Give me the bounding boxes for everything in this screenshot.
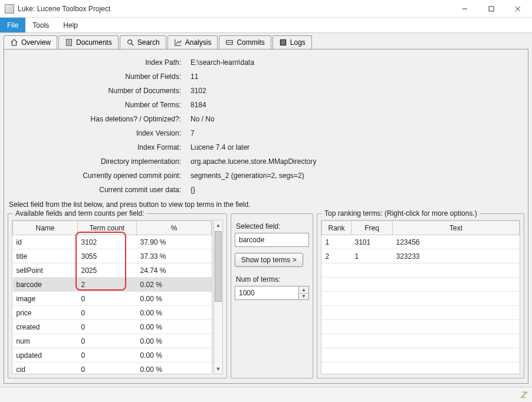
cell-name: price — [13, 306, 78, 320]
cell-count: 0 — [78, 306, 137, 320]
minimize-button[interactable] — [451, 1, 478, 17]
cell-freq: 1 — [352, 249, 393, 263]
tab-logs[interactable]: Logs — [272, 35, 312, 49]
label-user-data: Current commit user data: — [8, 183, 191, 197]
cell-name: title — [13, 249, 78, 263]
cell-name: barcode — [13, 278, 78, 292]
label-index-path: Index Path: — [8, 55, 191, 70]
value-dir-impl: org.apache.lucene.store.MMapDirectory — [191, 154, 316, 169]
table-row-empty — [322, 363, 520, 375]
value-num-fields: 11 — [191, 70, 198, 84]
cell-pct: 24.74 % — [137, 263, 212, 278]
menu-file[interactable]: File — [0, 18, 25, 32]
table-row[interactable]: title305537.33 % — [13, 249, 212, 263]
selected-groupbox: Selected field: Show top terms > Num of … — [231, 213, 313, 378]
tab-search[interactable]: Search — [120, 35, 166, 49]
cell-count: 2025 — [78, 263, 137, 278]
titlebar: Luke: Lucene Toolbox Project — [0, 0, 532, 18]
cell-name: updated — [13, 348, 78, 363]
table-row[interactable]: cid00.00 % — [13, 363, 212, 375]
svg-rect-1 — [489, 6, 494, 11]
window-title: Luke: Lucene Toolbox Project — [18, 5, 451, 13]
tab-analysis[interactable]: Analysis — [168, 35, 218, 49]
spin-down-icon[interactable]: ▼ — [299, 294, 308, 300]
svg-line-9 — [131, 44, 133, 46]
cell-name: sellPoint — [13, 263, 78, 278]
tab-label: Search — [137, 38, 160, 47]
table-row[interactable]: 21323233 — [322, 249, 520, 263]
overview-panel: Index Path:E:\search-learn\data Number o… — [4, 49, 528, 384]
label-commit-point: Currently opened commit point: — [8, 169, 191, 183]
tab-documents[interactable]: Documents — [58, 35, 119, 49]
table-row[interactable]: image00.00 % — [13, 292, 212, 306]
logs-icon — [279, 38, 287, 47]
maximize-button[interactable] — [478, 1, 504, 17]
cell-rank: 1 — [322, 235, 352, 249]
spin-up-icon[interactable]: ▲ — [299, 286, 308, 294]
table-row[interactable]: id310237.90 % — [13, 235, 212, 249]
scroll-thumb[interactable] — [215, 231, 222, 302]
scroll-down-icon[interactable]: ▼ — [214, 364, 222, 374]
cell-count: 2 — [78, 278, 137, 292]
fields-scrollbar[interactable]: ▲ ▼ — [214, 220, 223, 374]
num-terms-label: Num of terms: — [236, 275, 309, 284]
search-icon — [126, 38, 134, 47]
table-row[interactable]: num00.00 % — [13, 334, 212, 348]
cell-pct: 0.02 % — [137, 278, 212, 292]
table-row[interactable]: created00.00 % — [13, 320, 212, 334]
table-row[interactable]: 13101123456 — [322, 235, 520, 249]
col-term-count[interactable]: Term count — [78, 221, 137, 235]
analysis-icon — [174, 38, 182, 47]
label-num-terms: Number of Terms: — [8, 98, 191, 112]
scroll-up-icon[interactable]: ▲ — [214, 220, 222, 230]
tab-label: Analysis — [185, 38, 212, 47]
statusbar: ℤ — [0, 387, 532, 402]
tab-label: Logs — [290, 38, 306, 47]
tab-label: Documents — [76, 38, 112, 47]
table-row[interactable]: sellPoint202524.74 % — [13, 263, 212, 278]
tab-label: Commits — [237, 38, 264, 47]
cell-pct: 0.00 % — [137, 363, 212, 375]
col-pct[interactable]: % — [137, 221, 212, 235]
terms-groupbox: Top ranking terms: (Right-click for more… — [317, 213, 524, 378]
cell-pct: 0.00 % — [137, 348, 212, 363]
value-num-docs: 3102 — [191, 84, 206, 98]
cell-name: image — [13, 292, 78, 306]
value-deletions: No / No — [191, 112, 215, 126]
col-text[interactable]: Text — [393, 221, 520, 235]
show-top-terms-button[interactable]: Show top terms > — [235, 253, 303, 267]
cell-count: 0 — [78, 292, 137, 306]
num-terms-spinner[interactable]: ▲▼ — [298, 286, 309, 300]
commits-icon — [225, 38, 234, 47]
terms-legend: Top ranking terms: (Right-click for more… — [322, 209, 480, 218]
close-button[interactable] — [504, 1, 531, 17]
menu-tools[interactable]: Tools — [25, 18, 56, 32]
value-version: 7 — [191, 126, 195, 140]
menu-help[interactable]: Help — [56, 18, 85, 32]
table-row-empty — [322, 292, 520, 306]
cell-name: cid — [13, 363, 78, 375]
cell-count: 0 — [78, 348, 137, 363]
cell-count: 0 — [78, 320, 137, 334]
cell-text: 323233 — [393, 249, 520, 263]
cell-count: 3055 — [78, 249, 137, 263]
col-freq[interactable]: Freq — [352, 221, 393, 235]
svg-point-8 — [127, 40, 132, 44]
cell-rank: 2 — [322, 249, 352, 263]
table-row[interactable]: updated00.00 % — [13, 348, 212, 363]
label-deletions: Has deletions? / Optimized?: — [8, 112, 191, 126]
value-format: Lucene 7.4 or later — [191, 140, 249, 154]
tab-overview[interactable]: Overview — [4, 35, 57, 49]
tab-commits[interactable]: Commits — [219, 35, 271, 49]
table-row[interactable]: price00.00 % — [13, 306, 212, 320]
cell-pct: 0.00 % — [137, 306, 212, 320]
num-terms-input[interactable] — [235, 286, 298, 300]
col-name[interactable]: Name — [13, 221, 78, 235]
col-rank[interactable]: Rank — [322, 221, 352, 235]
fields-table[interactable]: Name Term count % id310237.90 %title3055… — [12, 220, 212, 374]
label-dir-impl: Directory implementation: — [8, 154, 191, 169]
table-row[interactable]: barcode20.02 % — [13, 278, 212, 292]
selected-field-input[interactable] — [235, 233, 309, 247]
terms-table[interactable]: Rank Freq Text 1310112345621323233 — [321, 220, 520, 374]
document-icon — [65, 38, 73, 47]
